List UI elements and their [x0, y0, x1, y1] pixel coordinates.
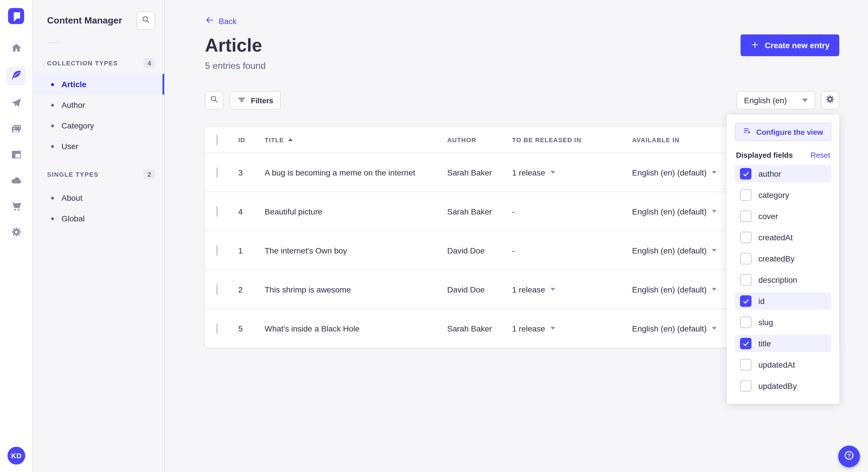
sidebar-item-article[interactable]: Article: [33, 74, 164, 95]
collection-types-count-badge: 4: [144, 58, 155, 68]
home-nav-button[interactable]: [6, 41, 26, 56]
list-toolbar: Filters English (en): [205, 91, 839, 109]
field-option-cover[interactable]: cover: [735, 208, 831, 225]
marketplace-nav-button[interactable]: [6, 200, 26, 214]
field-option-description[interactable]: description: [735, 271, 831, 289]
help-button[interactable]: ?: [838, 446, 860, 467]
field-option-createdBy[interactable]: createdBy: [735, 250, 831, 267]
single-types-list: About Global: [33, 188, 164, 229]
checkbox[interactable]: [740, 189, 751, 201]
chevron-down-icon: [802, 99, 808, 102]
configure-the-view-button[interactable]: Configure the view: [735, 123, 831, 141]
locale-dropdown-caret[interactable]: [712, 249, 716, 252]
checkbox[interactable]: [740, 253, 751, 264]
sidebar-item-author[interactable]: Author: [33, 95, 164, 115]
user-avatar[interactable]: KD: [7, 447, 25, 465]
settings-nav-button[interactable]: [6, 225, 26, 240]
release-dropdown-caret[interactable]: [550, 327, 555, 330]
checkbox[interactable]: [740, 210, 751, 222]
row-checkbox[interactable]: [216, 167, 218, 177]
field-option-createdAt[interactable]: createdAt: [735, 229, 831, 246]
bullet-icon: [51, 124, 54, 127]
displayed-fields-list: author category cover createdAt createdB…: [735, 165, 831, 395]
content-manager-nav-button[interactable]: [6, 67, 26, 86]
column-header-author[interactable]: AUTHOR: [447, 136, 512, 143]
filters-button[interactable]: Filters: [229, 91, 281, 109]
question-circle-icon: ?: [843, 449, 856, 464]
reset-link[interactable]: Reset: [811, 151, 830, 160]
content-type-builder-nav-button[interactable]: [6, 148, 26, 163]
deploy-nav-button[interactable]: [6, 174, 26, 189]
feather-icon: [10, 69, 22, 83]
paper-plane-icon: [10, 97, 22, 111]
field-option-id[interactable]: id: [735, 293, 831, 310]
row-checkbox[interactable]: [216, 245, 218, 256]
view-settings-button[interactable]: [821, 91, 839, 109]
cart-icon: [10, 200, 22, 214]
table-search-button[interactable]: [205, 91, 223, 109]
gear-icon: [825, 94, 835, 107]
select-all-checkbox[interactable]: [216, 134, 218, 145]
bullet-icon: [51, 196, 54, 199]
home-icon: [10, 42, 22, 56]
filter-icon: [237, 95, 246, 106]
checkbox[interactable]: [740, 316, 751, 328]
svg-text:?: ?: [847, 452, 851, 459]
checkbox[interactable]: [740, 168, 751, 179]
field-option-updatedBy[interactable]: updatedBy: [735, 377, 831, 395]
field-option-author[interactable]: author: [735, 165, 831, 182]
strapi-logo[interactable]: [8, 8, 24, 24]
checkbox[interactable]: [740, 338, 751, 349]
column-header-released[interactable]: TO BE RELEASED IN: [512, 136, 632, 143]
releases-nav-button[interactable]: [6, 96, 26, 111]
locale-dropdown-caret[interactable]: [712, 327, 716, 330]
collection-types-list: Article Author Category User: [33, 74, 164, 157]
checkbox[interactable]: [740, 359, 751, 370]
field-option-title[interactable]: title: [735, 335, 831, 352]
create-new-entry-button[interactable]: Create new entry: [741, 34, 839, 56]
gear-icon: [10, 226, 22, 240]
bullet-icon: [51, 145, 54, 148]
sidebar-item-global[interactable]: Global: [33, 208, 164, 229]
sidebar-item-category[interactable]: Category: [33, 115, 164, 136]
locale-dropdown-caret[interactable]: [712, 171, 716, 174]
release-dropdown-caret[interactable]: [550, 288, 555, 291]
subnav-search-button[interactable]: [136, 11, 155, 30]
checkbox[interactable]: [740, 274, 751, 285]
bullet-icon: [51, 83, 54, 86]
media-library-icon: [10, 123, 22, 137]
subnav-divider: [47, 42, 61, 43]
layout-icon: [10, 148, 22, 163]
column-header-id[interactable]: ID: [238, 136, 265, 143]
locale-dropdown-caret[interactable]: [712, 288, 716, 291]
bullet-icon: [51, 217, 54, 220]
field-option-category[interactable]: category: [735, 187, 831, 204]
search-icon: [141, 14, 151, 27]
configure-view-popover: Configure the view Displayed fields Rese…: [727, 115, 839, 404]
row-checkbox[interactable]: [216, 284, 218, 295]
row-checkbox[interactable]: [216, 323, 218, 334]
back-link[interactable]: Back: [205, 15, 237, 26]
locale-dropdown-caret[interactable]: [712, 210, 716, 213]
column-header-title[interactable]: TITLE: [265, 136, 447, 143]
field-option-updatedAt[interactable]: updatedAt: [735, 356, 831, 373]
single-types-section-header: SINGLE TYPES 2: [33, 169, 164, 179]
collection-types-section-header: COLLECTION TYPES 4: [33, 58, 164, 68]
single-types-count-badge: 2: [144, 169, 155, 179]
checkbox[interactable]: [740, 232, 751, 243]
sidebar-item-user[interactable]: User: [33, 136, 164, 157]
subnav-title: Content Manager: [47, 15, 122, 26]
sidebar-item-about[interactable]: About: [33, 188, 164, 208]
bullet-icon: [51, 103, 54, 106]
collection-types-label: COLLECTION TYPES: [47, 60, 118, 67]
media-library-nav-button[interactable]: [6, 122, 26, 137]
locale-select[interactable]: English (en): [737, 91, 815, 109]
page-title: Article: [205, 34, 262, 56]
field-option-slug[interactable]: slug: [735, 314, 831, 331]
release-dropdown-caret[interactable]: [550, 171, 555, 174]
cloud-icon: [10, 174, 22, 189]
checkbox[interactable]: [740, 380, 751, 392]
checkbox[interactable]: [740, 295, 751, 307]
sort-asc-icon: [288, 138, 292, 141]
row-checkbox[interactable]: [216, 206, 218, 216]
